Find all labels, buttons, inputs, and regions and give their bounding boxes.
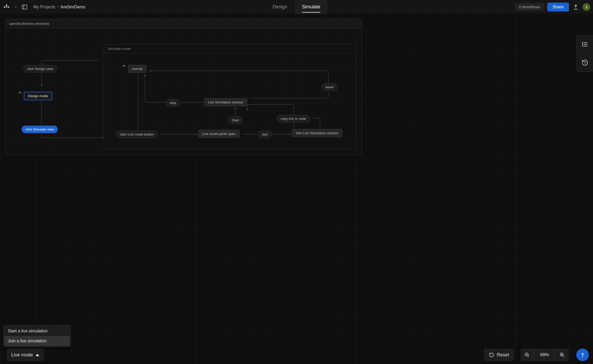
- frame-title: openStudioView (restored): [5, 19, 362, 28]
- live-mode-button[interactable]: Live mode: [7, 349, 44, 361]
- initial-marker-outer: [19, 92, 21, 93]
- node-normal[interactable]: normal: [128, 65, 146, 73]
- avatar[interactable]: J: [583, 3, 590, 11]
- node-join-live-sim-session[interactable]: Join Live Simulation session: [292, 129, 342, 137]
- live-mode-menu: Start a live simulation Join a live simu…: [3, 325, 71, 347]
- side-panel: [576, 35, 593, 72]
- breadcrumb-root[interactable]: My Projects: [33, 5, 55, 9]
- simframe-title: Simulate mode: [104, 44, 356, 53]
- share-button[interactable]: Share: [547, 3, 569, 11]
- breadcrumb: My Projects / liveSimDemo: [33, 5, 85, 9]
- simulate-mode-frame[interactable]: Simulate mode: [104, 44, 356, 149]
- menu-join-live-sim[interactable]: Join a live simulation: [4, 336, 70, 346]
- svg-rect-0: [22, 5, 27, 9]
- reset-label: Reset: [497, 352, 509, 358]
- zoom-in-button[interactable]: [556, 349, 569, 361]
- tab-simulate[interactable]: Simulate: [295, 0, 328, 14]
- breadcrumb-project[interactable]: liveSimDemo: [61, 5, 85, 9]
- svg-point-24: [582, 46, 583, 46]
- svg-line-31: [563, 356, 564, 357]
- node-live-sim-session[interactable]: Live Simulation session: [204, 98, 247, 106]
- svg-marker-13: [246, 108, 248, 110]
- svg-marker-8: [144, 74, 146, 76]
- node-design-mode[interactable]: Design mode: [24, 92, 52, 100]
- svg-marker-10: [149, 70, 151, 72]
- chevron-up-icon: [36, 354, 39, 356]
- svg-marker-5: [102, 137, 104, 139]
- node-click-live-mode-button[interactable]: click Live mode button: [116, 131, 158, 138]
- node-click-design-view[interactable]: click Design view: [23, 65, 57, 73]
- svg-marker-12: [234, 107, 236, 109]
- svg-point-23: [582, 44, 583, 45]
- svg-marker-15: [196, 133, 198, 135]
- live-mode-label: Live mode: [11, 352, 33, 358]
- zoom-controls: 69%: [521, 349, 569, 361]
- export-icon[interactable]: [572, 3, 579, 11]
- logo-menu-caret[interactable]: ▾: [13, 5, 18, 8]
- svg-point-34: [582, 356, 583, 357]
- workflows-badge[interactable]: 0 Workflows: [515, 3, 544, 11]
- node-live-mode-panel-open[interactable]: Live mode panel open: [198, 130, 240, 138]
- zoom-out-button[interactable]: [521, 349, 534, 361]
- node-copy-link[interactable]: copy link or code: [277, 115, 310, 122]
- tab-design[interactable]: Design: [265, 0, 295, 14]
- menu-start-live-sim[interactable]: Start a live simulation: [4, 326, 70, 336]
- panel-toggle-icon[interactable]: [21, 3, 28, 11]
- zoom-level[interactable]: 69%: [534, 349, 556, 361]
- svg-marker-18: [289, 133, 291, 135]
- svg-line-26: [585, 63, 586, 63]
- node-leave[interactable]: leave: [322, 83, 338, 91]
- help-button[interactable]: [576, 349, 589, 361]
- statechart-frame[interactable]: openStudioView (restored) click Design v…: [5, 19, 362, 155]
- history-icon[interactable]: [577, 54, 593, 72]
- svg-point-22: [582, 42, 583, 43]
- node-click-simulate-view[interactable]: click Simulate view: [21, 126, 58, 133]
- reset-button[interactable]: Reset: [484, 349, 514, 361]
- app-logo[interactable]: [3, 3, 10, 11]
- initial-marker-inner: [123, 65, 125, 67]
- list-icon[interactable]: [577, 35, 593, 54]
- node-stop[interactable]: stop: [166, 99, 180, 107]
- svg-line-28: [528, 356, 529, 357]
- node-join[interactable]: Join: [258, 131, 272, 138]
- breadcrumb-separator: /: [58, 5, 59, 9]
- canvas[interactable]: openStudioView (restored) click Design v…: [0, 14, 593, 364]
- node-start[interactable]: Start: [228, 116, 243, 124]
- svg-marker-3: [41, 85, 43, 87]
